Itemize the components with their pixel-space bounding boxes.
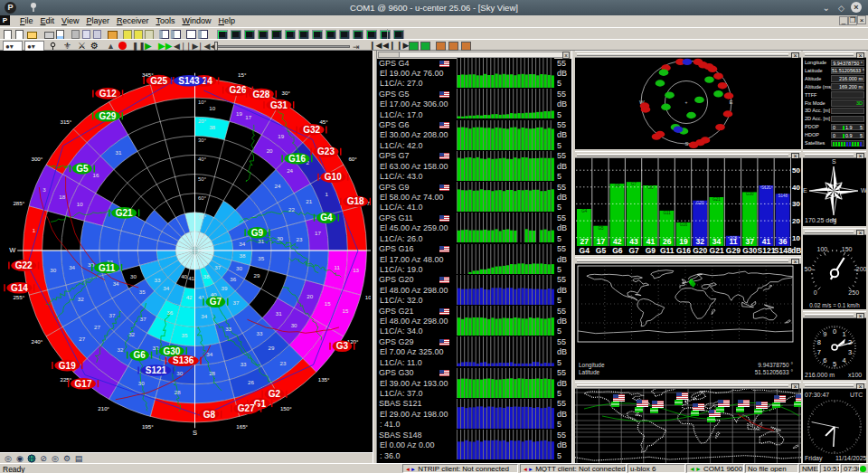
svg-text:216.000 m: 216.000 m [805, 372, 835, 378]
svg-text:20: 20 [307, 293, 313, 299]
svg-text:33: 33 [225, 326, 231, 332]
svg-text:G30: G30 [163, 346, 180, 356]
svg-text:G11: G11 [664, 211, 672, 215]
svg-text:0: 0 [833, 327, 836, 336]
svg-text:G29: G29 [99, 111, 116, 121]
svg-text:27: 27 [79, 336, 85, 342]
svg-text:0: 0 [814, 289, 817, 296]
svg-text:G29: G29 [726, 246, 741, 255]
svg-text:S121: S121 [146, 365, 167, 375]
svg-text:33: 33 [241, 361, 247, 367]
svg-text:9: 9 [823, 330, 826, 338]
svg-text:20: 20 [792, 217, 800, 225]
svg-text:G26: G26 [230, 85, 247, 95]
svg-text:3: 3 [848, 348, 852, 356]
svg-text:26: 26 [663, 237, 672, 246]
svg-text:18: 18 [59, 194, 65, 200]
svg-text:G2: G2 [269, 389, 281, 399]
svg-text:G20: G20 [696, 201, 704, 205]
svg-text:250: 250 [848, 289, 859, 296]
svg-text:10°: 10° [198, 99, 207, 105]
svg-text:38: 38 [239, 252, 245, 259]
svg-text:34: 34 [201, 313, 207, 319]
svg-text:45°: 45° [319, 118, 328, 125]
svg-text:30°: 30° [198, 137, 207, 143]
svg-text:S136: S136 [173, 355, 194, 365]
svg-text:35: 35 [181, 332, 187, 338]
svg-text:36: 36 [230, 276, 236, 282]
svg-text:G27: G27 [238, 403, 255, 413]
svg-text:UTC: UTC [850, 392, 863, 398]
svg-text:38: 38 [209, 124, 215, 130]
svg-text:32: 32 [696, 237, 705, 246]
svg-text:42: 42 [613, 237, 622, 246]
svg-text:G5: G5 [76, 164, 89, 174]
svg-text:10: 10 [792, 234, 800, 242]
svg-text:G5: G5 [598, 226, 604, 231]
svg-text:19: 19 [278, 133, 284, 139]
svg-text:39: 39 [222, 285, 228, 291]
svg-text:G8: G8 [203, 410, 216, 420]
svg-text:33: 33 [154, 277, 160, 283]
svg-text:15: 15 [342, 307, 348, 314]
svg-text:105°: 105° [365, 294, 371, 300]
svg-text:8: 8 [817, 338, 821, 346]
svg-text:31: 31 [116, 149, 122, 156]
svg-text:50: 50 [805, 266, 812, 272]
svg-text:1: 1 [325, 191, 328, 197]
svg-text:G9: G9 [646, 246, 656, 255]
svg-text:G9: G9 [647, 185, 654, 190]
svg-text:Longitude: Longitude [579, 362, 605, 369]
svg-text:S: S [832, 158, 836, 165]
svg-text:S143: S143 [178, 76, 200, 86]
svg-text:G6: G6 [615, 184, 621, 188]
svg-text:150°: 150° [280, 405, 292, 412]
svg-text:S: S [685, 141, 689, 147]
svg-text:70°: 70° [198, 214, 207, 220]
svg-text:40: 40 [792, 184, 800, 192]
svg-text:G17: G17 [75, 379, 92, 389]
svg-text:240°: 240° [31, 338, 42, 345]
svg-text:S148: S148 [778, 194, 788, 198]
svg-text:Latitude: Latitude [579, 369, 600, 375]
svg-text:1: 1 [33, 227, 36, 233]
svg-text:40: 40 [181, 273, 187, 279]
svg-text:E: E [803, 187, 807, 194]
svg-text:15: 15 [325, 300, 331, 307]
svg-text:4: 4 [843, 356, 846, 364]
svg-text:19: 19 [679, 237, 688, 246]
svg-text:G21: G21 [116, 208, 133, 218]
svg-text:1: 1 [843, 330, 846, 338]
svg-text:37: 37 [140, 316, 146, 322]
svg-text:9.94378750 °: 9.94378750 ° [758, 362, 793, 368]
svg-text:G4: G4 [581, 209, 588, 213]
svg-text:G21: G21 [710, 246, 724, 255]
svg-text:11: 11 [334, 264, 340, 270]
svg-text:G23: G23 [317, 147, 335, 156]
svg-text:17: 17 [597, 237, 606, 246]
svg-text:30: 30 [138, 380, 145, 386]
svg-text:dB: dB [791, 246, 801, 255]
svg-text:31: 31 [276, 310, 282, 317]
svg-text:170.25 deg: 170.25 deg [805, 217, 836, 224]
svg-text:43: 43 [629, 237, 638, 246]
svg-text:34: 34 [712, 237, 722, 246]
svg-text:07:30:47: 07:30:47 [805, 392, 829, 398]
svg-text:23: 23 [280, 360, 287, 366]
svg-text:37: 37 [109, 312, 116, 318]
svg-text:34: 34 [239, 241, 245, 247]
svg-text:10: 10 [77, 201, 83, 207]
svg-text:30: 30 [291, 322, 297, 328]
svg-text:G16: G16 [288, 154, 306, 164]
svg-text:17: 17 [315, 230, 321, 236]
svg-text:51.51205633 °: 51.51205633 ° [755, 369, 794, 375]
svg-text:G32: G32 [303, 125, 320, 135]
svg-text:135°: 135° [318, 376, 330, 383]
svg-text:225°: 225° [60, 376, 71, 383]
svg-text:165°: 165° [236, 423, 248, 430]
svg-text:30: 30 [130, 273, 137, 279]
svg-text:S121: S121 [758, 246, 776, 255]
svg-text:23: 23 [297, 236, 303, 242]
svg-text:255°: 255° [13, 294, 24, 300]
svg-text:G30: G30 [746, 192, 754, 196]
